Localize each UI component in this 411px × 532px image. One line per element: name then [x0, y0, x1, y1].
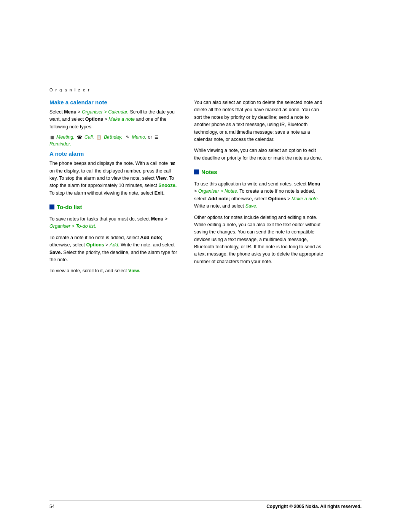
para-right-options: You can also select an option to delete … [194, 99, 323, 143]
make-a-note-italic: Make a note [108, 117, 135, 122]
para-note-alarm: The phone beeps and displays the note. W… [49, 160, 179, 197]
footer-page-number: 54 [49, 504, 54, 509]
heading-todo-list: To-do list [49, 204, 179, 210]
birthday-label: Birthday, [104, 134, 122, 140]
footer-copyright: Copyright © 2005 Nokia. All rights reser… [266, 504, 362, 509]
heading-notes: Notes [194, 169, 323, 175]
organiser-calendar-italic: Organiser > Calendar. [82, 109, 129, 115]
two-column-layout: Make a calendar note Select Menu > Organ… [49, 99, 362, 279]
para-make-calendar-note: Select Menu > Organiser > Calendar. Scro… [49, 109, 179, 131]
para-todo-view: To view a note, scroll to it, and select… [49, 267, 179, 275]
add-italic-green: Add. [110, 242, 119, 248]
left-column: Make a calendar note Select Menu > Organ… [49, 99, 179, 279]
view-bold-green: View. [128, 268, 140, 273]
options-bold-right: Options [268, 196, 286, 201]
menu-bold2: Menu [151, 216, 164, 222]
heading-note-alarm: A note alarm [49, 150, 179, 157]
note-types-line: ▦ Meeting, ☎ Call, 📋 Birthday, ✎ Memo, o… [49, 134, 179, 147]
menu-bold: Menu [64, 109, 76, 115]
options-bold: Options [85, 117, 103, 122]
call-icon-inline: ☎ [170, 160, 175, 167]
page: O r g a n i z e r Make a calendar note S… [0, 0, 411, 532]
birthday-icon: 📋 [96, 135, 102, 140]
section-divider-todo: To-do list [49, 204, 179, 210]
para-notes-usage: To use this application to write and sen… [194, 181, 323, 210]
meeting-icon: ▦ [50, 135, 54, 140]
para-todo-save: To save notes for tasks that you must do… [49, 216, 179, 230]
call-label: Call, [84, 134, 94, 140]
organiser-todo-italic: Organiser > To-do list. [49, 224, 96, 229]
save-italic-green: Save. [245, 203, 258, 209]
add-note-bold-right: Add note; [208, 196, 230, 201]
exit-bold: Exit. [155, 190, 164, 196]
para-right-viewing: While viewing a note, you can also selec… [194, 147, 323, 162]
organiser-notes-italic: Organiser > Notes. [198, 189, 238, 194]
memo-icon: ✎ [126, 135, 129, 140]
memo-label: Memo, [132, 134, 146, 140]
view-bold: View. [156, 176, 168, 181]
para-notes-other-options: Other options for notes include deleting… [194, 214, 323, 266]
menu-bold-right: Menu [308, 181, 320, 187]
add-note-bold: Add note; [140, 235, 162, 240]
reminder-label: Reminder. [49, 141, 71, 147]
footer: 54 Copyright © 2005 Nokia. All rights re… [49, 500, 362, 509]
para-todo-create: To create a note if no note is added, se… [49, 234, 179, 264]
reminder-icon: ☰ [155, 135, 158, 140]
meeting-label: Meeting, [56, 134, 75, 140]
heading-make-calendar-note: Make a calendar note [49, 99, 179, 105]
call-icon: ☎ [77, 135, 82, 140]
save-bold: Save. [49, 250, 62, 255]
section-divider-notes: Notes [194, 169, 323, 175]
right-column: You can also select an option to delete … [194, 99, 323, 279]
blue-square-notes-icon [194, 169, 199, 174]
make-a-note-italic-right: Make a note. [292, 196, 319, 201]
snooze-bold-green: Snooze. [158, 183, 177, 188]
blue-square-icon [49, 204, 54, 209]
options-bold-green: Options [86, 242, 104, 248]
section-label: O r g a n i z e r [49, 88, 362, 92]
content-area: O r g a n i z e r Make a calendar note S… [49, 88, 362, 486]
or-text: or [148, 134, 152, 140]
